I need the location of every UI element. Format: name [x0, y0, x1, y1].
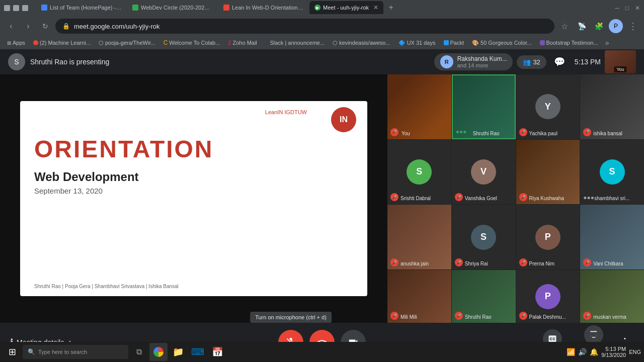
srishti-name-label: Srishti Dabral — [400, 196, 431, 201]
win-maximize-icon[interactable]: □ — [625, 5, 629, 12]
bookmarks-star-icon[interactable]: ☆ — [557, 19, 572, 33]
bookmark-packt[interactable]: Packt — [441, 39, 467, 47]
tab-close-icon[interactable]: ✕ — [373, 4, 378, 11]
bookmark-github1[interactable]: ⬡ pooja-gera/TheWir... — [96, 39, 158, 47]
taskbar-explorer-icon[interactable]: 📁 — [169, 343, 187, 361]
taskbar-date: 9/13/2020 — [601, 352, 626, 358]
bookmark-apps[interactable]: ⊞ Apps — [4, 39, 28, 47]
participant-tile-ishika: 🎤 ishika bansal — [580, 74, 644, 139]
participant-tile-riya: 🎤 Riya Kushwaha — [516, 140, 580, 205]
chat-btn[interactable]: 💬 — [550, 53, 569, 71]
slide-brand: LeanIN IGDTUW — [265, 109, 307, 115]
window-controls: ─ □ ✕ — [615, 5, 640, 12]
participant-tile-palak: P 🎤 Palak Deshmu... — [516, 270, 580, 323]
participant-tile-vani: 🎤 Vani Chitkara — [580, 205, 644, 269]
bookmark-ux[interactable]: 🔷 UX 31 days — [395, 39, 439, 47]
shruthi2-name-label: Shruthi Rao — [465, 314, 492, 320]
bookmark-slack[interactable]: S Slack | announceme... — [262, 39, 328, 47]
participants-chip[interactable]: R Rakshanda Kum... and 14 more — [434, 53, 513, 70]
participant-tile-shruthi2: 🎤 Shruthi Rao — [452, 270, 516, 323]
url-bar[interactable]: 🔒 meet.google.com/uuh-yjiy-rok — [55, 19, 554, 34]
participant-tile-yachika: Y 🎤 Yachika paul — [516, 74, 580, 139]
participant-tile-prerna: P 🎤 Prerna Nim — [516, 205, 580, 269]
taskbar-calendar-icon[interactable]: 📅 — [208, 343, 226, 361]
shriya-avatar: S — [471, 225, 496, 250]
palak-mute-icon: 🎤 — [519, 312, 527, 320]
refresh-btn[interactable]: ↻ — [38, 19, 52, 33]
self-video-tile[interactable]: You — [605, 50, 636, 73]
anushka-mute-icon: 🎤 — [390, 258, 398, 266]
participants-panel: 🎤 You ●●● Shruthi Rao Y 🎤 Yachika paul — [387, 74, 644, 323]
bookmark-zoho[interactable]: Z Zoho Mail — [225, 39, 260, 47]
bookmark-colors[interactable]: 🎨 50 Gorgeous Color... — [469, 39, 535, 47]
clock-display: 5:13 PM — [575, 58, 601, 66]
participant-chip-info: Rakshanda Kum... and 14 more — [457, 55, 507, 68]
taskbar-vscode-icon[interactable]: ⌨ — [189, 343, 207, 361]
win-minimize-icon[interactable]: ─ — [615, 5, 619, 12]
shambhavi-dots: ●●● — [583, 194, 594, 201]
minimize-btn[interactable] — [4, 5, 10, 11]
menu-icon[interactable]: ⋮ — [626, 19, 640, 33]
participant-tile-shruthi: ●●● Shruthi Rao — [452, 74, 516, 139]
slide-date: September 13, 2020 — [34, 187, 353, 195]
muskan-name-label: muskan verma — [593, 314, 626, 320]
bookmark-github2[interactable]: ⬡ kevindeasis/aweso... — [330, 39, 393, 47]
mili-mute-icon: 🎤 — [390, 312, 398, 320]
tab-4-active[interactable]: ▶ Meet - uuh-yjiy-rok ✕ — [309, 1, 383, 14]
bookmark-ml[interactable]: (2) Machine Learni... — [30, 39, 94, 47]
bookmark-colab[interactable]: C Welcome To Colab... — [160, 38, 223, 47]
tab-3-label: Lean In Web-D Orientation - Goo... — [232, 5, 304, 11]
slide-container: LeanIN IGDTUW IN ORIENTATION Web Develop… — [20, 101, 367, 296]
search-bar[interactable]: 🔍 Type here to search — [23, 345, 128, 359]
participant-tile-shambhavi: S ●●● shambhavi sri... — [580, 140, 644, 205]
taskbar-time: 5:13 PM — [605, 346, 626, 352]
shruthi-speaking-dot: ●●● — [456, 128, 467, 135]
prerna-name-label: Prerna Nim — [529, 261, 555, 266]
participant-tile-srishti: S 🎤 Srishti Dabral — [387, 140, 451, 205]
ishika-mute-icon: 🎤 — [583, 128, 591, 136]
ishika-name-label: ishika bansal — [593, 131, 622, 136]
palak-avatar: P — [535, 284, 560, 309]
taskview-btn[interactable]: ⧉ — [130, 343, 148, 361]
forward-btn[interactable]: › — [21, 19, 35, 33]
search-placeholder: Type here to search — [38, 349, 87, 355]
start-btn[interactable]: ⊞ — [3, 343, 21, 361]
slide-title: ORIENTATION — [34, 136, 353, 163]
notification-icon[interactable]: 🔔 — [590, 348, 598, 356]
tab-2[interactable]: WebDev Circle (2020-2021) Atte... — [127, 1, 218, 14]
participants-count-btn[interactable]: 👥 32 — [517, 55, 546, 69]
lang-indicator: ENG — [629, 349, 641, 355]
bookmarks-more-icon[interactable]: » — [603, 39, 611, 47]
participant-chip-avatar: R — [440, 55, 453, 68]
anushka-name-label: anushka jain — [400, 261, 429, 266]
vanshika-name-label: Vanshika Goel — [465, 196, 497, 201]
yachika-avatar: Y — [535, 94, 560, 119]
tab-3[interactable]: Lean In Web-D Orientation - Goo... — [218, 1, 309, 14]
shambhavi-name-label: shambhavi sri... — [594, 196, 629, 201]
url-text: meet.google.com/uuh-yjiy-rok — [74, 23, 160, 30]
participant-tile-mili: 🎤 Mili Mili — [387, 270, 451, 323]
prerna-avatar: P — [535, 225, 560, 250]
back-btn[interactable]: ‹ — [4, 19, 18, 33]
screen-cast-icon[interactable]: 📡 — [575, 19, 589, 33]
presenter-avatar: S — [8, 53, 25, 70]
prerna-mute-icon: 🎤 — [519, 258, 527, 266]
vani-name-label: Vani Chitkara — [593, 261, 623, 266]
win-close-icon[interactable]: ✕ — [635, 5, 640, 12]
extensions-icon[interactable]: 🧩 — [592, 19, 606, 33]
tab-1[interactable]: List of Team (HomePage) - Goog... — [36, 1, 127, 14]
srishti-mute-icon: 🎤 — [390, 193, 398, 201]
network-icon[interactable]: 📶 — [567, 348, 575, 356]
presenter-info: Shruthi Rao is presenting — [30, 58, 109, 66]
bookmark-bootstrap[interactable]: Bootstrap Testimon... — [537, 39, 601, 47]
profile-btn[interactable]: P — [609, 19, 623, 33]
mili-name-label: Mili Mili — [400, 314, 417, 320]
yachika-name-label: Yachika paul — [529, 131, 558, 136]
maximize-btn[interactable] — [13, 5, 19, 11]
palak-name-label: Palak Deshmu... — [529, 314, 566, 320]
search-icon: 🔍 — [28, 348, 35, 355]
close-btn[interactable] — [22, 5, 28, 11]
volume-icon[interactable]: 🔊 — [578, 348, 587, 356]
new-tab-btn[interactable]: + — [384, 1, 398, 14]
taskbar-chrome-icon[interactable] — [149, 343, 168, 361]
